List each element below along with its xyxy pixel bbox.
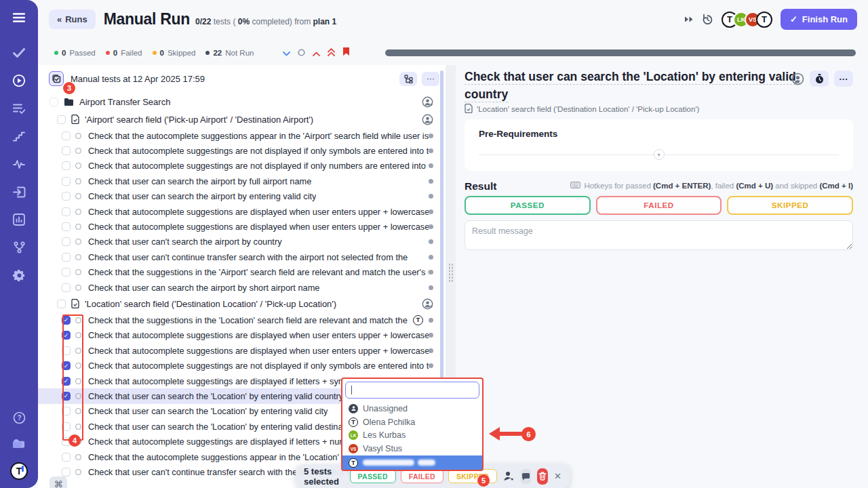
bulk-passed-pill[interactable]: PASSED [350, 469, 396, 483]
test-status-circle [75, 163, 81, 169]
timer-history-icon[interactable] [702, 14, 713, 25]
bulk-comment-button[interactable] [521, 469, 531, 484]
test-checkbox[interactable] [62, 468, 71, 476]
test-checkbox[interactable] [62, 207, 71, 216]
test-checkbox[interactable]: ✓ [62, 392, 71, 401]
test-status-circle [75, 408, 81, 414]
finish-run-button[interactable]: ✓ Finish Run [781, 9, 857, 30]
assignee-option[interactable]: TOlena Pchilka [345, 415, 479, 429]
test-checkbox[interactable] [62, 407, 71, 415]
assign-person-icon[interactable] [422, 114, 433, 125]
assign-person-icon[interactable] [422, 96, 433, 108]
assignee-option[interactable]: T [342, 455, 482, 470]
test-checkbox[interactable]: ✓ [62, 316, 71, 325]
settings-gear-icon[interactable] [12, 268, 26, 282]
test-checkbox[interactable] [62, 222, 71, 231]
tree-view-button[interactable] [399, 72, 417, 86]
collapse-chevron-down-icon[interactable] [283, 47, 290, 59]
test-row[interactable]: ✓Check that the suggestions in the 'Loca… [38, 312, 437, 327]
assign-person-icon[interactable] [422, 298, 433, 310]
test-cases-icon[interactable] [12, 102, 26, 115]
help-icon[interactable]: ? [12, 411, 26, 424]
test-checkbox[interactable] [62, 131, 71, 140]
circle-status-icon[interactable] [298, 47, 305, 59]
integrations-branch-icon[interactable] [12, 241, 26, 254]
reports-chart-icon[interactable] [12, 213, 26, 226]
test-row[interactable]: Check that user can search the airport b… [38, 280, 437, 295]
command-shortcut-button[interactable]: ⌘ [50, 476, 67, 488]
test-checkbox[interactable] [62, 177, 71, 186]
bulk-delete-button[interactable] [537, 468, 548, 485]
bulk-failed-pill[interactable]: FAILED [401, 469, 443, 483]
assignee-option[interactable]: Unassigned [345, 402, 479, 415]
folder-row[interactable]: Airport Transfer Search [38, 93, 437, 110]
details-more-button[interactable]: ··· [834, 70, 853, 87]
status-dot [205, 51, 210, 55]
bookmark-icon[interactable] [342, 47, 350, 59]
priority-up-icon[interactable] [313, 47, 320, 59]
test-row[interactable]: Check that the suggestions in the 'Airpo… [38, 265, 437, 280]
priority-double-up-icon[interactable] [328, 47, 335, 59]
test-row[interactable]: Check that user can search the airport b… [38, 174, 437, 188]
skipped-button[interactable]: SKIPPED [727, 196, 853, 215]
test-checkbox[interactable]: ✓ [62, 331, 71, 340]
not-run-dot-icon [429, 270, 433, 274]
test-checkbox[interactable] [62, 253, 71, 262]
menu-icon[interactable] [12, 11, 26, 24]
assignee-search-input[interactable] [345, 382, 479, 399]
result-message-input[interactable] [465, 220, 853, 250]
avatar[interactable]: T [756, 12, 772, 28]
projects-folder-icon[interactable] [12, 436, 26, 450]
test-row[interactable]: Check that autocomplete suggestions are … [38, 343, 437, 358]
user-avatar[interactable]: T [10, 462, 28, 480]
assignee-option[interactable]: VSVasyl Stus [345, 442, 479, 455]
test-row[interactable]: Check that autocomplete suggestions are … [38, 204, 437, 219]
test-checkbox[interactable] [62, 192, 71, 201]
tree-title: Manual tests at 12 Apr 2025 17:59 [71, 74, 205, 84]
test-row[interactable]: Check that user can search the airport b… [38, 189, 437, 204]
shared-steps-icon[interactable] [12, 129, 26, 143]
stopwatch-button[interactable] [810, 70, 829, 87]
suite-row[interactable]: 'Location' search field ('Destination Lo… [38, 295, 437, 312]
checkmark-nav-icon[interactable] [12, 46, 26, 60]
import-icon[interactable] [12, 185, 26, 199]
test-checkbox[interactable] [62, 346, 71, 355]
test-title: Check that user can't search the airport… [88, 237, 282, 247]
tree-more-button[interactable]: ··· [422, 72, 439, 86]
test-row[interactable]: Check that autocomplete suggestings are … [38, 159, 437, 174]
test-row[interactable]: ✓Check that autocomplete suggestings are… [38, 358, 437, 373]
bulk-assign-icon[interactable] [503, 471, 515, 481]
bulk-skipped-pill[interactable]: SKIPPED [448, 469, 497, 483]
back-to-runs-button[interactable]: « Runs [49, 9, 96, 29]
test-row[interactable]: Check that autocomplete suggestions are … [38, 219, 437, 234]
test-row[interactable]: Check that user can't continue transfer … [38, 249, 437, 264]
test-checkbox[interactable] [62, 146, 71, 155]
test-checkbox[interactable]: ✓ [62, 377, 71, 386]
select-all-checkbox-button[interactable] [49, 71, 64, 86]
test-row[interactable]: Check that the autocomplete suggestions … [38, 128, 437, 143]
assignee-person-icon[interactable] [791, 73, 804, 85]
test-checkbox[interactable] [62, 283, 71, 292]
test-checkbox[interactable] [62, 422, 71, 431]
test-case-title[interactable]: Check that user can search the 'Location… [465, 68, 807, 104]
test-row[interactable]: ✓Check that autocomplete suggestions are… [38, 328, 437, 343]
expand-toggle-icon[interactable]: ▾ [654, 149, 665, 160]
suite-row[interactable]: 'Airport' search field ('Pick-up Airport… [38, 110, 437, 128]
test-checkbox[interactable] [62, 268, 71, 277]
failed-button[interactable]: FAILED [596, 196, 722, 215]
test-checkbox[interactable] [62, 453, 71, 462]
test-checkbox[interactable] [62, 161, 71, 170]
test-row[interactable]: Check that user can't search the airport… [38, 235, 437, 249]
passed-button[interactable]: PASSED [465, 196, 591, 215]
fast-forward-icon[interactable] [684, 16, 694, 23]
close-selection-icon[interactable]: ✕ [554, 471, 561, 481]
folder-checkbox[interactable] [50, 98, 58, 106]
suite-checkbox[interactable] [57, 300, 66, 308]
milestones-pulse-icon[interactable] [12, 157, 26, 171]
test-checkbox[interactable] [62, 237, 71, 246]
test-checkbox[interactable]: ✓ [62, 361, 71, 370]
test-runs-icon[interactable] [12, 74, 26, 87]
test-row[interactable]: Check that autocomplete suggestings are … [38, 143, 437, 158]
suite-checkbox[interactable] [57, 115, 66, 124]
assignee-option[interactable]: LKLes Kurbas [345, 429, 479, 443]
